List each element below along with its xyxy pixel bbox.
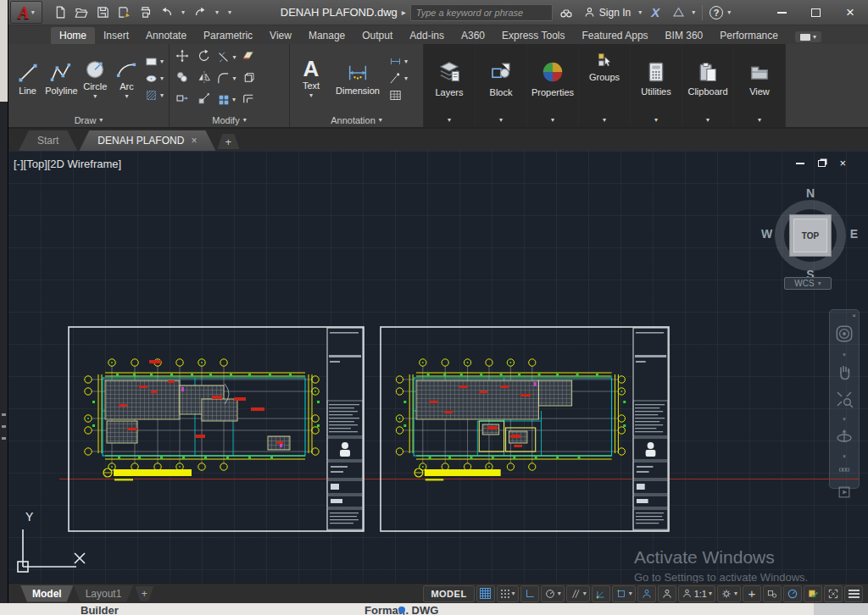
array-button[interactable]: ▾ (217, 93, 236, 107)
annotation-visibility-toggle[interactable] (637, 585, 656, 602)
sign-in-button[interactable]: Sign In (580, 6, 634, 19)
viewcube-east[interactable]: E (850, 227, 858, 241)
linear-dimension-button[interactable]: ▾ (388, 54, 408, 69)
tab-add-ins[interactable]: Add-ins (401, 27, 453, 44)
close-tab-icon[interactable]: × (191, 135, 197, 147)
navigation-bar[interactable]: × ▾ ▾ ▾ (829, 309, 860, 489)
close-button[interactable]: × (844, 7, 856, 19)
redo-dropdown[interactable]: ▾ (212, 3, 222, 22)
panel-layers[interactable]: Layers ▾ (424, 44, 476, 127)
ribbon-display-toggle[interactable]: ▾ (795, 31, 821, 42)
scale-button[interactable] (197, 91, 212, 109)
new-layout-button[interactable]: + (135, 586, 153, 601)
tab-bim-360[interactable]: BIM 360 (657, 27, 712, 44)
open-file-button[interactable] (72, 3, 91, 22)
clean-screen-button[interactable] (824, 585, 843, 602)
viewcube-north[interactable]: N (806, 186, 815, 200)
search-input[interactable] (410, 4, 553, 21)
ellipse-button[interactable]: ▾ (144, 71, 164, 86)
isolate-objects-button[interactable] (763, 585, 782, 602)
viewcube-top-face[interactable]: TOP (789, 214, 832, 257)
doc-minimize-icon[interactable] (796, 163, 804, 164)
viewport-view-control[interactable]: [Top] (24, 158, 47, 170)
tab-insert[interactable]: Insert (95, 27, 137, 44)
new-drawing-tab-button[interactable]: + (217, 134, 239, 149)
drawing-canvas[interactable]: [-] [Top] [2D Wireframe] × N S W E TOP W… (8, 151, 868, 583)
doc-close-icon[interactable]: × (839, 159, 846, 168)
arc-button[interactable]: Arc▾ (113, 57, 141, 100)
tab-parametric[interactable]: Parametric (195, 27, 261, 44)
object-snap-toggle[interactable]: ▾ (612, 585, 636, 602)
panel-draw-footer[interactable]: Draw▾ (8, 113, 169, 127)
tab-express-tools[interactable]: Express Tools (493, 27, 573, 44)
zoom-extents-button[interactable] (834, 389, 854, 413)
layout1-tab[interactable]: Layout1 (74, 585, 134, 602)
workspace-switching-button[interactable]: ▾ (717, 585, 741, 602)
explode-button[interactable] (241, 69, 256, 88)
qat-customize-dropdown[interactable]: ▾ (225, 3, 235, 22)
tab-home[interactable]: Home (51, 27, 95, 44)
annotation-scale-button[interactable]: 1:1▾ (678, 585, 715, 602)
save-as-button[interactable] (114, 3, 133, 22)
text-button[interactable]: A Text▾ (295, 58, 327, 99)
zoom-dropdown[interactable]: ▾ (843, 416, 846, 423)
snap-mode-toggle[interactable]: ▾ (497, 585, 519, 602)
polar-tracking-toggle[interactable]: ▾ (541, 585, 565, 602)
tab-output[interactable]: Output (353, 27, 401, 44)
erase-button[interactable] (241, 48, 256, 67)
showmotion-button[interactable] (836, 484, 853, 504)
graphics-performance-button[interactable] (783, 585, 802, 602)
file-tab-denah-plafond[interactable]: DENAH PLAFOND × (79, 130, 215, 151)
pan-button[interactable] (834, 362, 854, 385)
maximize-button[interactable] (810, 7, 822, 19)
dimension-button[interactable]: Dimension (331, 61, 385, 96)
offset-button[interactable] (241, 91, 256, 109)
panel-modify-footer[interactable]: Modify▾ (170, 113, 289, 127)
redo-button[interactable] (191, 3, 209, 22)
grid-display-toggle[interactable] (476, 585, 495, 602)
ceiling-plan-sheet-left[interactable] (68, 326, 364, 532)
leader-button[interactable]: ▾ (388, 71, 408, 86)
tab-a360[interactable]: A360 (453, 27, 493, 44)
viewport-visual-style-control[interactable]: [2D Wireframe] (47, 158, 121, 170)
viewport-menu[interactable]: [-] (14, 158, 24, 170)
hatch-button[interactable]: ▾ (144, 88, 164, 102)
new-file-button[interactable] (51, 3, 70, 22)
a360-dropdown[interactable]: ▾ (692, 8, 695, 16)
table-button[interactable] (388, 88, 408, 102)
search-flyout-icon[interactable]: ▸ (402, 8, 406, 17)
tab-performance[interactable]: Performance (711, 27, 787, 44)
undo-button[interactable] (157, 3, 175, 22)
help-dropdown[interactable]: ▾ (727, 8, 731, 16)
panel-properties[interactable]: Properties ▾ (527, 44, 579, 127)
move-button[interactable] (175, 48, 190, 67)
wcs-dropdown[interactable]: WCS▾ (784, 277, 832, 290)
application-menu-button[interactable]: A ▾ (10, 1, 42, 24)
fillet-button[interactable]: ▾ (216, 71, 236, 86)
ortho-mode-toggle[interactable] (520, 585, 539, 602)
file-tab-start[interactable]: Start (19, 130, 77, 151)
mirror-button[interactable] (197, 69, 212, 88)
customization-menu-button[interactable] (844, 585, 863, 602)
sign-in-dropdown[interactable]: ▾ (638, 8, 642, 16)
search-icon[interactable] (557, 3, 576, 22)
a360-icon[interactable] (669, 3, 687, 22)
rotate-button[interactable] (197, 48, 212, 67)
panel-utilities[interactable]: Utilities ▾ (631, 44, 682, 127)
showmotion-frames-icon[interactable] (833, 463, 855, 480)
undo-dropdown[interactable]: ▾ (178, 3, 188, 22)
orbit-dropdown[interactable]: ▾ (843, 453, 846, 460)
navigation-wheel-button[interactable] (833, 323, 855, 348)
copy-button[interactable] (175, 69, 190, 88)
line-button[interactable]: Line (14, 61, 42, 96)
plot-button[interactable] (136, 3, 154, 22)
trusted-autoloader-button[interactable] (804, 585, 822, 602)
annotation-monitor-button[interactable]: + (743, 585, 761, 602)
panel-groups[interactable]: Groups ▾ (579, 44, 631, 127)
panel-block[interactable]: Block ▾ (476, 44, 527, 127)
rectangle-button[interactable]: ▾ (144, 54, 164, 69)
panel-view[interactable]: View ▾ (734, 44, 786, 127)
help-button[interactable]: ? (709, 6, 723, 19)
model-tab[interactable]: Model (20, 585, 74, 602)
navbar-close-icon[interactable]: × (852, 312, 856, 319)
